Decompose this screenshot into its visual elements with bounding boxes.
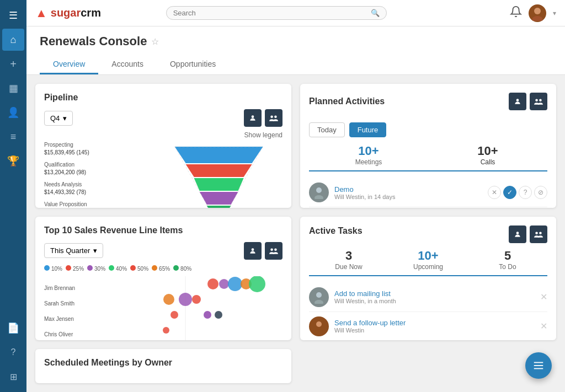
grid-icon[interactable]: ▦ — [2, 77, 24, 99]
help-icon[interactable]: ? — [2, 341, 24, 363]
svg-point-33 — [170, 311, 178, 319]
pipeline-card: Pipeline Q4 ▾ Show legend — [35, 84, 291, 208]
svg-point-0 — [534, 8, 541, 14]
chevron-down-icon: ▾ — [63, 114, 67, 122]
activity-info: Demo Will Westin, in 14 days — [334, 185, 482, 200]
svg-point-44 — [315, 329, 323, 333]
svg-point-4 — [274, 115, 277, 118]
apps-icon[interactable]: ⊞ — [2, 366, 24, 388]
planned-person-btn[interactable] — [509, 93, 526, 110]
legend-item: 30% — [87, 265, 105, 272]
due-now-number: 3 — [309, 249, 388, 263]
search-input[interactable] — [173, 9, 371, 17]
pipeline-controls: Q4 ▾ — [44, 109, 282, 127]
svg-point-32 — [192, 295, 201, 304]
label-name: Value Proposition — [44, 201, 151, 208]
search-icon: 🔍 — [371, 9, 380, 17]
top10-card: Top 10 Sales Revenue Line Items This Qua… — [35, 217, 291, 341]
tab-opportunities[interactable]: Opportunities — [157, 55, 229, 74]
label-value: $14,493,392 (78) — [44, 189, 151, 196]
legend-item: 65% — [152, 265, 170, 272]
group-view-btn[interactable] — [265, 109, 282, 127]
show-legend[interactable]: Show legend — [44, 131, 282, 139]
top10-group-btn[interactable] — [265, 242, 282, 260]
active-tasks-card: Active Tasks 3 Due Now 10+ Upco — [300, 217, 556, 341]
svg-point-34 — [204, 311, 211, 319]
upcoming-label: Upcoming — [388, 263, 468, 271]
person-view-btn[interactable] — [244, 109, 262, 127]
check-btn[interactable]: ✓ — [503, 186, 516, 199]
add-icon[interactable]: + — [2, 53, 24, 75]
block-btn[interactable]: ⊘ — [534, 186, 547, 199]
task-info: Add to mailing list Will Westin, in a mo… — [334, 289, 535, 304]
label-value: $15,839,495 (145) — [44, 149, 151, 157]
fab-button[interactable] — [525, 352, 552, 379]
meetings-number: 10+ — [309, 144, 428, 158]
today-tab-btn[interactable]: Today — [309, 122, 345, 137]
page-title-row: Renewals Console ☆ — [40, 34, 552, 49]
svg-point-22 — [270, 248, 273, 251]
tab-accounts[interactable]: Accounts — [98, 55, 157, 74]
bubble-chart-area: Jim Brennan Sarah Smith Max Jensen Chris… — [44, 276, 282, 341]
upcoming-stat: 10+ Upcoming — [388, 249, 468, 271]
funnel-chart — [155, 141, 282, 208]
remove-btn[interactable]: ✕ — [488, 186, 501, 199]
tasks-group-btn[interactable] — [530, 225, 547, 243]
svg-marker-8 — [199, 192, 238, 205]
task-close-btn[interactable]: ✕ — [540, 321, 547, 331]
topbar: ▲ sugarcrm 🔍 ▾ — [26, 0, 565, 26]
svg-point-13 — [535, 99, 538, 101]
menu-icon[interactable]: ☰ — [2, 4, 24, 26]
logo: ▲ sugarcrm — [35, 6, 101, 20]
label-value: $13,204,200 (98) — [44, 169, 151, 176]
meetings-stat: 10+ Meetings — [309, 144, 428, 166]
doc-icon[interactable]: 📄 — [2, 317, 24, 339]
scheduled-title: Scheduled Meetings by Owner — [44, 358, 282, 368]
star-icon[interactable]: ☆ — [151, 36, 159, 47]
calls-stat: 10+ Calls — [428, 144, 547, 166]
filter-icon[interactable]: ≡ — [2, 126, 24, 148]
avatar[interactable] — [529, 4, 546, 22]
home-icon[interactable]: ⌂ — [2, 29, 24, 51]
top10-quarter-select[interactable]: This Quarter ▾ — [44, 243, 103, 258]
avatar-chevron[interactable]: ▾ — [553, 9, 556, 17]
svg-point-21 — [252, 248, 254, 251]
svg-point-35 — [215, 311, 222, 319]
legend-item: 80% — [173, 265, 191, 272]
tasks-person-btn[interactable] — [509, 225, 526, 243]
svg-point-31 — [179, 293, 192, 306]
activity-item: Demo Will Westin, in 14 days ✕ ✓ ? ⊘ — [309, 178, 547, 207]
svg-marker-6 — [185, 164, 252, 177]
legend-dots: 10% 25% 30% 40% 50% 65% 80% — [44, 265, 282, 272]
tab-overview[interactable]: Overview — [40, 55, 98, 74]
task-close-btn[interactable]: ✕ — [540, 292, 547, 302]
active-tasks-title: Active Tasks — [309, 226, 363, 236]
future-tab-btn[interactable]: Future — [349, 122, 387, 137]
svg-point-2 — [252, 115, 254, 118]
svg-marker-5 — [174, 147, 263, 163]
bell-icon[interactable] — [510, 6, 522, 20]
svg-marker-7 — [194, 178, 243, 191]
y-label: Sarah Smith — [44, 296, 88, 312]
trophy-icon[interactable]: 🏆 — [2, 150, 24, 172]
task-mailing-title[interactable]: Add to mailing list — [334, 289, 535, 298]
person-icon[interactable]: 👤 — [2, 101, 24, 123]
meetings-label: Meetings — [309, 158, 428, 166]
quarter-value: Q4 — [50, 114, 60, 122]
top10-person-btn[interactable] — [244, 242, 262, 260]
quarter-select[interactable]: Q4 ▾ — [44, 111, 73, 126]
todo-stat: 5 To Do — [468, 249, 547, 271]
planned-group-btn[interactable] — [530, 93, 547, 110]
pipeline-body: Prospecting $15,839,495 (145) Qualificat… — [44, 141, 282, 208]
top10-quarter-value: This Quarter — [50, 246, 90, 255]
topbar-right: ▾ — [510, 4, 556, 22]
info-btn[interactable]: ? — [519, 186, 532, 199]
task-followup-title[interactable]: Send a follow-up letter — [334, 319, 535, 327]
demo-title[interactable]: Demo — [334, 185, 482, 194]
search-bar: 🔍 — [166, 6, 387, 20]
planned-stats: 10+ Meetings 10+ Calls — [309, 144, 547, 171]
logo-icon: ▲ — [35, 6, 47, 20]
main-area: ▲ sugarcrm 🔍 ▾ Renew — [26, 0, 565, 392]
y-label: Chris Oliver — [44, 327, 88, 341]
svg-point-29 — [249, 276, 265, 292]
